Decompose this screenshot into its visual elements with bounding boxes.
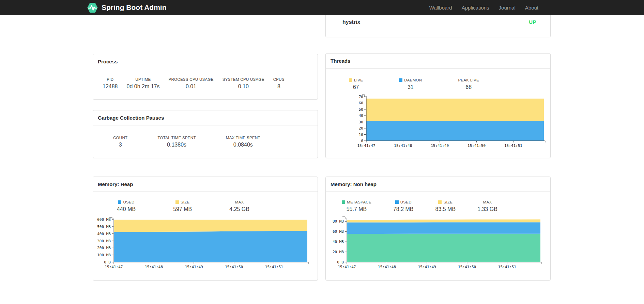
threads-area-chart: 01020304050607015:41:4715:41:4815:41:491…: [331, 92, 549, 150]
legend-swatch-used: [118, 200, 121, 204]
stat-label: METASPACE: [342, 200, 371, 204]
panel-title: Memory: Heap: [93, 177, 318, 192]
legend-daemon: DAEMON 31: [381, 78, 440, 90]
nav-item-applications[interactable]: Applications: [457, 5, 494, 11]
svg-text:15:41:51: 15:41:51: [504, 143, 522, 148]
panel-title: Threads: [326, 54, 550, 69]
stat-label: MAX: [477, 200, 497, 204]
stat-label: PEAK LIVE: [458, 78, 479, 82]
panel-title: Memory: Non heap: [326, 177, 550, 192]
svg-text:15:41:47: 15:41:47: [338, 265, 356, 269]
svg-text:200 MB: 200 MB: [97, 246, 111, 250]
svg-text:15:41:48: 15:41:48: [378, 265, 396, 269]
stat-value: 31: [399, 84, 422, 90]
process-panel: Process PID 12488 UPTIME 0d 0h 2m 17s PR…: [93, 54, 318, 100]
svg-text:15:41:50: 15:41:50: [467, 143, 486, 148]
stat-value: 68: [458, 84, 479, 90]
legend-used: USED 440 MB: [98, 200, 154, 212]
legend-swatch-metaspace: [342, 200, 345, 204]
stat-value: 0.0840s: [226, 142, 260, 148]
svg-text:15:41:49: 15:41:49: [185, 265, 203, 269]
svg-text:40 MB: 40 MB: [333, 240, 344, 244]
threads-legend: LIVE 67 DAEMON 31 PEAK LIVE 68: [326, 69, 550, 90]
stat-label: USED: [117, 200, 136, 204]
legend-size: SIZE 597 MB: [154, 200, 211, 212]
stat-value: 0.1380s: [157, 142, 196, 148]
brand[interactable]: Spring Boot Admin: [87, 0, 167, 15]
svg-text:10: 10: [359, 133, 363, 137]
spring-boot-admin-logo-icon: [87, 2, 98, 13]
stat-pid: PID 12488: [98, 77, 122, 90]
svg-text:80 MB: 80 MB: [333, 219, 344, 224]
svg-text:15:41:49: 15:41:49: [431, 143, 449, 148]
stat-value: 440 MB: [117, 206, 136, 212]
svg-text:15:41:50: 15:41:50: [458, 265, 476, 269]
heap-legend: USED 440 MB SIZE 597 MB MAX 4.25 GB: [93, 192, 318, 212]
stat-label: SIZE: [173, 200, 192, 204]
svg-text:30: 30: [359, 120, 363, 124]
svg-text:0: 0: [361, 139, 363, 143]
svg-text:500 MB: 500 MB: [97, 225, 111, 229]
application-name: hystrix: [342, 19, 360, 25]
stat-uptime: UPTIME 0d 0h 2m 17s: [122, 77, 164, 90]
stat-value: 0.01: [168, 83, 213, 90]
legend-swatch-size: [438, 200, 442, 204]
stat-label: SIZE: [435, 200, 456, 204]
nav-item-about[interactable]: About: [520, 5, 543, 11]
stat-label: DAEMON: [399, 78, 422, 82]
stat-label: USED: [393, 200, 414, 204]
svg-text:600 MB: 600 MB: [97, 217, 111, 222]
svg-text:15:41:47: 15:41:47: [105, 265, 123, 269]
navbar: Spring Boot Admin Wallboard Applications…: [0, 0, 644, 15]
stat-label: COUNT: [113, 136, 127, 140]
stat-value: 3: [113, 142, 127, 148]
svg-text:400 MB: 400 MB: [97, 232, 111, 236]
nav-item-wallboard[interactable]: Wallboard: [425, 5, 457, 11]
stat-value: 83.5 MB: [435, 206, 456, 212]
legend-swatch-size: [175, 200, 179, 204]
svg-text:20 MB: 20 MB: [333, 250, 344, 254]
stat-value: 597 MB: [173, 206, 192, 212]
stat-label: MAX: [229, 200, 249, 204]
gc-stats: COUNT 3 TOTAL TIME SPENT 0.1380s MAX TIM…: [93, 125, 318, 148]
legend-live: LIVE 67: [331, 78, 381, 90]
stat-label: CPUS: [273, 77, 285, 81]
stat-max-time-spent: MAX TIME SPENT 0.0840s: [211, 136, 275, 148]
stat-value: 8: [273, 83, 285, 90]
stat-value: 1.33 GB: [477, 206, 497, 212]
application-status-panel: hystrix UP: [325, 15, 551, 37]
stat-value: 67: [349, 84, 363, 90]
stat-label: UPTIME: [127, 77, 160, 81]
svg-text:15:41:50: 15:41:50: [225, 265, 243, 269]
legend-max: MAX 4.25 GB: [211, 200, 268, 212]
svg-text:0 B: 0 B: [337, 260, 344, 264]
panel-title: Process: [93, 54, 318, 69]
svg-text:60: 60: [359, 101, 363, 105]
svg-text:70: 70: [359, 95, 363, 99]
stat-label: PID: [103, 77, 118, 81]
legend-used: USED 78.2 MB: [382, 200, 425, 212]
svg-text:15:41:51: 15:41:51: [498, 265, 516, 269]
svg-text:15:41:47: 15:41:47: [357, 143, 375, 148]
legend-swatch-live: [349, 78, 352, 82]
svg-text:15:41:48: 15:41:48: [394, 143, 412, 148]
garbage-collection-panel: Garbage Collection Pauses COUNT 3 TOTAL …: [93, 110, 318, 158]
application-row-hystrix[interactable]: hystrix UP: [326, 15, 550, 29]
svg-text:50: 50: [359, 107, 363, 112]
memory-heap-panel: Memory: Heap USED 440 MB SIZE 597 MB MAX…: [93, 177, 318, 280]
nav-item-journal[interactable]: Journal: [494, 5, 520, 11]
legend-swatch-used: [395, 200, 399, 204]
legend-peak-live: PEAK LIVE 68: [440, 78, 497, 90]
memory-nonheap-area-chart: 0 B20 MB40 MB60 MB80 MB15:41:4715:41:481…: [331, 214, 545, 271]
row-divider: [342, 29, 541, 29]
status-badge: UP: [529, 19, 536, 25]
svg-text:100 MB: 100 MB: [97, 253, 111, 257]
legend-swatch-daemon: [399, 78, 402, 82]
stat-count: COUNT 3: [98, 136, 142, 148]
legend-metaspace: METASPACE 55.7 MB: [331, 200, 382, 212]
svg-text:15:41:49: 15:41:49: [418, 265, 436, 269]
svg-text:0 B: 0 B: [104, 260, 111, 264]
stat-label: SYSTEM CPU USAGE: [223, 77, 264, 81]
threads-panel: Threads LIVE 67 DAEMON 31 PEAK LIVE 68 0…: [325, 53, 551, 158]
nonheap-legend: METASPACE 55.7 MB USED 78.2 MB SIZE 83.5…: [326, 192, 550, 212]
